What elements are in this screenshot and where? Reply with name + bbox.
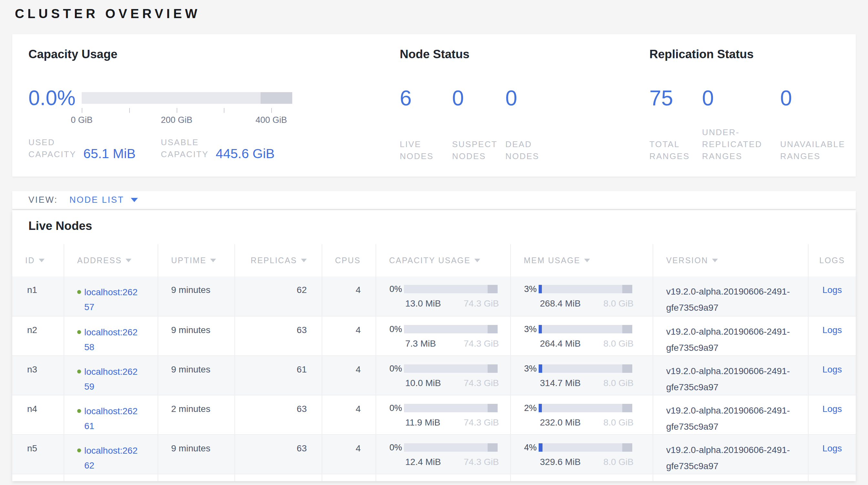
view-label: VIEW: [28,195,58,205]
column-header-label: VERSION [666,256,708,265]
node-uptime-cell: 9 minutes [158,356,235,395]
dropdown-caret-icon[interactable] [131,198,138,202]
column-header-replicas[interactable]: REPLICAS [235,244,322,277]
node-replicas-cell: 63 [235,395,322,434]
node-address-link[interactable]: localhost:26258 [84,325,140,355]
capacity-usage-cell: 0% 12.4 MiB 74.3 GiB [376,435,511,474]
axis-tick-label: 200 GiB [161,115,192,125]
node-uptime-cell: 9 minutes [158,277,235,316]
column-header-label: CPUS [335,256,361,265]
sort-desc-icon[interactable] [301,259,307,262]
node-cpus: 4 [355,364,361,374]
node-replicas-cell: 62 [235,277,322,316]
mem-total-value: 8.0 GiB [603,418,633,428]
capacity-total-value: 74.3 GiB [464,418,499,428]
node-replicas: 63 [297,404,307,414]
node-version: v19.2.0-alpha.20190606-2491-gfe735c9a97 [666,363,806,395]
empty-cell [64,474,158,481]
mem-usage-bar [538,443,632,452]
column-header-label: REPLICAS [251,256,297,265]
node-live-status-dot-icon [77,409,81,413]
axis-tick [224,108,224,113]
sort-desc-icon[interactable] [39,259,44,262]
mem-used-value: 264.4 MiB [540,339,581,349]
column-header-version[interactable]: VERSION [653,244,809,277]
capacity-usage-percent: 0% [376,403,403,413]
capacity-total-value: 74.3 GiB [464,378,499,388]
mem-usage-bar-end [622,285,632,293]
mem-usage-percent: 3% [511,364,538,374]
column-header-cpus: CPUS [322,244,376,277]
column-header-label: ADDRESS [77,256,122,265]
empty-cell [235,474,322,481]
node-id: n4 [27,404,37,414]
stat-label: UNAVAILABLERANGES [780,138,845,162]
capacity-usage-bar [404,404,498,412]
axis-tick-label: 400 GiB [255,115,287,125]
column-header-mem-usage[interactable]: MEM USAGE [511,244,653,277]
capacity-usage-percent: 0% [376,443,403,453]
mem-usage-bar [538,285,632,293]
sort-desc-icon[interactable] [126,259,131,262]
node-replicas-cell: 63 [235,317,322,355]
node-logs-link[interactable]: Logs [823,364,842,374]
capacity-percent-value: 0.0% [28,88,82,108]
node-address-cell: localhost:26262 [64,435,158,474]
live-nodes-card: Live Nodes IDADDRESSUPTIMEREPLICASCPUSCA… [12,210,856,481]
mem-usage-bar-end [622,364,632,373]
sort-desc-icon[interactable] [584,259,590,262]
column-header-id[interactable]: ID [12,244,64,277]
axis-tick [177,108,177,113]
sort-desc-icon[interactable] [712,259,718,262]
column-header-address[interactable]: ADDRESS [64,244,158,277]
column-header-capacity-usage[interactable]: CAPACITY USAGE [376,244,511,277]
column-header-label: UPTIME [171,256,206,265]
mem-usage-bar-end [622,404,632,412]
empty-cell [376,474,511,481]
node-uptime: 9 minutes [171,364,210,374]
node-status-section: Node Status 6LIVENODES0SUSPECTNODES0DEAD… [400,47,649,176]
capacity-gauge: 0.0% [28,87,400,109]
node-id-cell: n2 [12,317,64,355]
capacity-total-value: 74.3 GiB [464,457,499,467]
node-version-cell: v19.2.0-alpha.20190606-2491-gfe735c9a97 [653,277,809,316]
node-logs-link[interactable]: Logs [823,404,842,414]
mem-usage-bar-fill [538,404,542,412]
sort-desc-icon[interactable] [474,259,480,262]
node-address-link[interactable]: localhost:26257 [84,285,140,315]
axis-tick [129,108,130,113]
table-header-row: IDADDRESSUPTIMEREPLICASCPUSCAPACITY USAG… [12,244,856,277]
node-address-link[interactable]: localhost:26261 [84,404,140,434]
capacity-gauge-bar [82,92,292,104]
mem-usage-percent: 3% [511,284,538,294]
node-uptime: 9 minutes [171,443,210,453]
node-uptime: 9 minutes [171,285,210,295]
node-replicas: 63 [297,443,307,453]
node-address-cell: localhost:26257 [64,277,158,316]
mem-usage-cell: 2% 232.0 MiB 8.0 GiB [511,395,653,434]
node-logs-cell: Logs [809,317,856,355]
node-address-link[interactable]: localhost:26262 [84,443,140,473]
node-logs-link[interactable]: Logs [823,325,842,335]
view-dropdown[interactable]: NODE LIST [69,195,124,205]
node-cpus-cell: 4 [322,435,376,474]
mem-usage-bar-fill [538,285,542,293]
node-logs-link[interactable]: Logs [823,285,842,295]
node-address-link[interactable]: localhost:26259 [84,364,140,394]
mem-total-value: 8.0 GiB [603,298,633,309]
node-logs-link[interactable]: Logs [823,443,842,453]
summary-stat: 6LIVENODES [400,87,452,162]
capacity-metric: USABLECAPACITY445.6 GiB [161,137,275,160]
column-header-uptime[interactable]: UPTIME [158,244,235,277]
node-address-cell: localhost:26259 [64,356,158,395]
node-replicas-cell: 61 [235,356,322,395]
replication-status-stats: 75TOTALRANGES0UNDER-REPLICATEDRANGES0UNA… [649,87,856,162]
page-title: CLUSTER OVERVIEW [15,6,200,21]
table-row-partial [12,474,856,481]
stat-label: TOTALRANGES [649,138,702,162]
capacity-usage-bar-end [488,285,498,293]
summary-stat: 0UNAVAILABLERANGES [780,87,845,162]
column-header-label: CAPACITY USAGE [389,256,470,265]
sort-desc-icon[interactable] [210,259,216,262]
stat-label: UNDER-REPLICATEDRANGES [702,126,780,162]
